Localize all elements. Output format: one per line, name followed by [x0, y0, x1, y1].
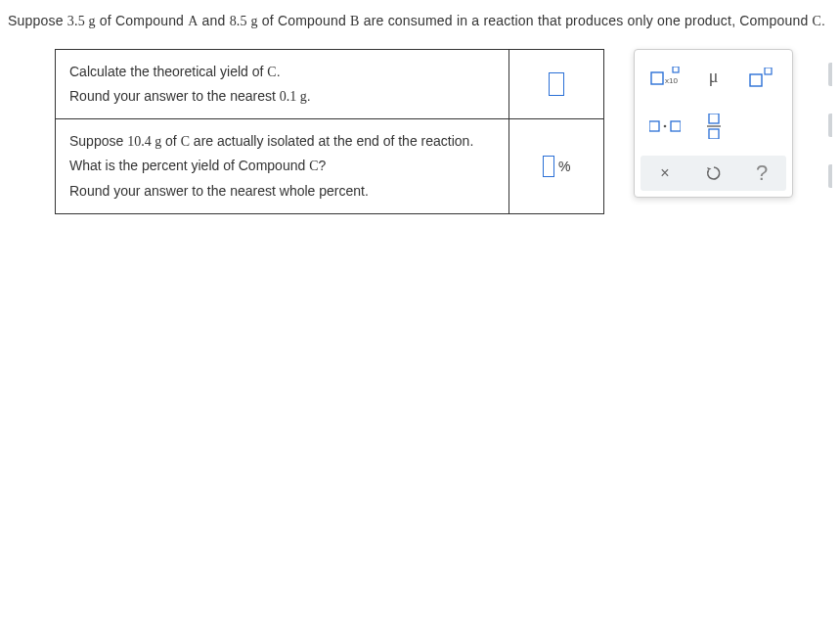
- q2-text: Suppose: [69, 133, 127, 149]
- compound-b: B: [350, 14, 360, 28]
- intro-text: and: [199, 13, 230, 28]
- mass-b: 8.5 g: [230, 14, 258, 28]
- svg-rect-3: [750, 74, 762, 86]
- reset-button[interactable]: [692, 156, 735, 191]
- svg-rect-5: [649, 121, 659, 131]
- q2-text: of: [161, 133, 180, 149]
- q1-answer-input[interactable]: [549, 72, 564, 96]
- q1-text: .: [307, 88, 311, 104]
- svg-rect-2: [673, 67, 679, 72]
- svg-text:x10: x10: [665, 76, 678, 85]
- multiply-placeholder-button[interactable]: [643, 109, 686, 144]
- stub: [828, 164, 832, 188]
- mass-a: 3.5 g: [67, 14, 96, 28]
- q1-text: .: [277, 64, 281, 79]
- times-icon: ×: [660, 164, 669, 182]
- q1-precision: 0.1 g: [280, 89, 307, 104]
- superscript-icon: [749, 68, 774, 87]
- q2-text: Round your answer to the nearest whole p…: [69, 179, 495, 204]
- scientific-notation-button[interactable]: x10: [643, 60, 686, 95]
- svg-rect-10: [709, 129, 719, 139]
- question-table: Calculate the theoretical yield of C. Ro…: [55, 49, 604, 214]
- svg-point-6: [664, 124, 667, 127]
- question-mark-icon: ?: [756, 160, 768, 186]
- q1-text: Calculate the theoretical yield of: [69, 64, 267, 79]
- percent-unit: %: [558, 159, 570, 174]
- problem-intro: Suppose 3.5 g of Compound A and 8.5 g of…: [8, 10, 832, 33]
- q2-answer-input[interactable]: [543, 156, 554, 177]
- stub: [828, 63, 832, 86]
- superscript-button[interactable]: [740, 60, 783, 95]
- tool-panel: x10 μ: [634, 49, 793, 198]
- fraction-icon: [707, 114, 721, 139]
- q2-text: What is the percent yield of Compound: [69, 158, 309, 173]
- q1-compound-c: C: [267, 65, 276, 79]
- q1-prompt: Calculate the theoretical yield of C. Ro…: [56, 49, 509, 118]
- intro-text: of Compound: [258, 13, 350, 28]
- q2-answer-cell: %: [509, 119, 604, 214]
- stub: [828, 114, 832, 137]
- q2-text: ?: [318, 158, 326, 173]
- q1-text: Round your answer to the nearest: [69, 88, 280, 104]
- q2-compound-c: C: [181, 134, 190, 149]
- svg-rect-0: [651, 72, 663, 84]
- multiply-icon: [649, 119, 681, 133]
- q1-answer-cell: [509, 49, 604, 118]
- q2-prompt: Suppose 10.4 g of C are actually isolate…: [56, 119, 509, 214]
- sci-notation-icon: x10: [650, 67, 680, 88]
- svg-rect-4: [765, 68, 772, 74]
- intro-text: .: [821, 13, 825, 28]
- intro-text: Suppose: [8, 13, 67, 28]
- clear-button[interactable]: ×: [643, 156, 686, 191]
- fraction-button[interactable]: [692, 109, 735, 144]
- intro-text: are consumed in a reaction that produces…: [360, 13, 813, 28]
- svg-rect-8: [709, 114, 719, 123]
- spacer: [740, 109, 783, 144]
- help-button[interactable]: ?: [740, 156, 783, 191]
- reset-icon: [705, 164, 723, 182]
- q2-mass: 10.4 g: [127, 134, 161, 149]
- mu-icon: μ: [709, 67, 719, 87]
- compound-a: A: [188, 14, 198, 28]
- intro-text: of Compound: [96, 13, 188, 28]
- mu-button[interactable]: μ: [692, 60, 735, 95]
- side-stubs: [828, 49, 832, 188]
- compound-c: C: [813, 14, 822, 28]
- svg-rect-7: [671, 121, 681, 131]
- q2-text: are actually isolated at the end of the …: [190, 133, 473, 149]
